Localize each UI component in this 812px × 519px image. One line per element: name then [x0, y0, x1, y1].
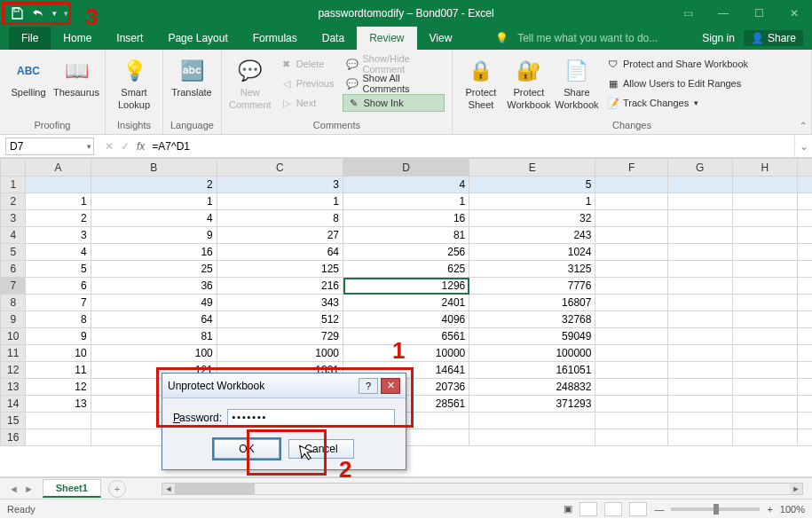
close-icon[interactable]: ✕	[777, 0, 812, 27]
cell-B2[interactable]: 1	[91, 193, 217, 210]
add-sheet-button[interactable]: +	[108, 480, 126, 498]
cell-I13[interactable]	[798, 379, 813, 396]
cell-H5[interactable]	[732, 244, 797, 261]
cell-D7[interactable]: 1296	[343, 278, 469, 295]
cell-A15[interactable]	[26, 413, 91, 429]
cell-E16[interactable]	[469, 429, 595, 446]
horizontal-scrollbar[interactable]: ◄ ►	[162, 483, 803, 495]
protect-workbook-button[interactable]: 🔐 ProtectWorkbook	[508, 53, 550, 110]
scroll-thumb[interactable]	[175, 484, 255, 494]
translate-button[interactable]: 🔤 Translate	[170, 53, 213, 98]
spelling-button[interactable]: ABC Spelling	[7, 53, 50, 98]
cell-I1[interactable]	[798, 177, 813, 193]
cell-I11[interactable]	[798, 345, 813, 362]
cell-H9[interactable]	[732, 311, 797, 328]
cell-F5[interactable]	[595, 244, 667, 261]
cell-D3[interactable]: 16	[343, 210, 469, 227]
cell-E6[interactable]: 3125	[469, 261, 595, 278]
tab-page-layout[interactable]: Page Layout	[155, 27, 240, 50]
cell-A7[interactable]: 6	[26, 278, 91, 295]
minimize-icon[interactable]: —	[706, 0, 741, 27]
cancel-button[interactable]: Cancel	[288, 439, 354, 459]
cell-G12[interactable]	[667, 362, 732, 379]
cell-C1[interactable]: 3	[217, 177, 343, 193]
row-header-9[interactable]: 9	[1, 311, 26, 328]
cell-G13[interactable]	[667, 379, 732, 396]
cell-I12[interactable]	[798, 362, 813, 379]
track-changes-button[interactable]: 📝Track Changes▾	[603, 94, 752, 112]
cell-G3[interactable]	[667, 210, 732, 227]
password-input[interactable]	[227, 409, 395, 427]
row-header-15[interactable]: 15	[1, 413, 26, 429]
cell-E13[interactable]: 248832	[469, 379, 595, 396]
name-box[interactable]: D7▾	[5, 138, 94, 155]
cell-C8[interactable]: 343	[217, 295, 343, 311]
column-header-H[interactable]: H	[732, 159, 797, 177]
new-comment-button[interactable]: 💬 New Comment	[229, 53, 272, 110]
cell-I2[interactable]	[798, 193, 813, 210]
cell-E15[interactable]	[469, 413, 595, 429]
cell-D5[interactable]: 256	[343, 244, 469, 261]
cell-E1[interactable]: 5	[469, 177, 595, 193]
cell-I4[interactable]	[798, 227, 813, 244]
cell-H1[interactable]	[732, 177, 797, 193]
cell-A13[interactable]: 12	[26, 379, 91, 396]
cell-I16[interactable]	[798, 429, 813, 446]
cell-A16[interactable]	[26, 429, 91, 446]
cell-C11[interactable]: 1000	[217, 345, 343, 362]
cell-A10[interactable]: 9	[26, 328, 91, 345]
protect-share-workbook-button[interactable]: 🛡Protect and Share Workbook	[603, 55, 752, 73]
row-header-2[interactable]: 2	[1, 193, 26, 210]
cell-D10[interactable]: 6561	[343, 328, 469, 345]
cell-H7[interactable]	[732, 278, 797, 295]
cell-F4[interactable]	[595, 227, 667, 244]
cell-F15[interactable]	[595, 413, 667, 429]
formula-input[interactable]	[145, 138, 794, 155]
cell-H12[interactable]	[732, 362, 797, 379]
cell-C9[interactable]: 512	[217, 311, 343, 328]
cell-D4[interactable]: 81	[343, 227, 469, 244]
column-header-D[interactable]: D	[343, 159, 469, 177]
cell-A8[interactable]: 7	[26, 295, 91, 311]
cell-F14[interactable]	[595, 396, 667, 413]
zoom-slider[interactable]	[671, 507, 760, 511]
row-header-8[interactable]: 8	[1, 295, 26, 311]
cell-G6[interactable]	[667, 261, 732, 278]
cell-D8[interactable]: 2401	[343, 295, 469, 311]
cell-C7[interactable]: 216	[217, 278, 343, 295]
cell-G10[interactable]	[667, 328, 732, 345]
cell-G2[interactable]	[667, 193, 732, 210]
cell-G15[interactable]	[667, 413, 732, 429]
tab-review[interactable]: Review	[357, 27, 416, 50]
cell-B8[interactable]: 49	[91, 295, 217, 311]
cell-I7[interactable]	[798, 278, 813, 295]
column-header-A[interactable]: A	[26, 159, 91, 177]
cell-A2[interactable]: 1	[26, 193, 91, 210]
cell-E10[interactable]: 59049	[469, 328, 595, 345]
cell-B10[interactable]: 81	[91, 328, 217, 345]
record-macro-icon[interactable]: ▣	[564, 503, 572, 515]
cell-D11[interactable]: 10000	[343, 345, 469, 362]
tab-insert[interactable]: Insert	[104, 27, 155, 50]
delete-comment-button[interactable]: ✖Delete	[277, 55, 338, 73]
chevron-down-icon[interactable]: ▾	[87, 142, 91, 151]
row-header-5[interactable]: 5	[1, 244, 26, 261]
cell-G8[interactable]	[667, 295, 732, 311]
show-hide-comment-button[interactable]: 💬Show/Hide Comment	[343, 55, 445, 73]
cell-B6[interactable]: 25	[91, 261, 217, 278]
cell-D6[interactable]: 625	[343, 261, 469, 278]
smart-lookup-button[interactable]: 💡 Smart Lookup	[113, 53, 155, 110]
qat-customize-icon[interactable]: ▾	[60, 4, 71, 23]
cell-C10[interactable]: 729	[217, 328, 343, 345]
cell-D1[interactable]: 4	[343, 177, 469, 193]
cell-B1[interactable]: 2	[91, 177, 217, 193]
cell-A3[interactable]: 2	[26, 210, 91, 227]
save-icon[interactable]	[7, 4, 27, 23]
cell-G5[interactable]	[667, 244, 732, 261]
cell-I15[interactable]	[798, 413, 813, 429]
page-break-view-button[interactable]	[629, 502, 647, 516]
next-comment-button[interactable]: ▷Next	[277, 94, 338, 112]
show-ink-button[interactable]: ✎Show Ink	[343, 94, 445, 112]
cell-H14[interactable]	[732, 396, 797, 413]
row-header-16[interactable]: 16	[1, 429, 26, 446]
